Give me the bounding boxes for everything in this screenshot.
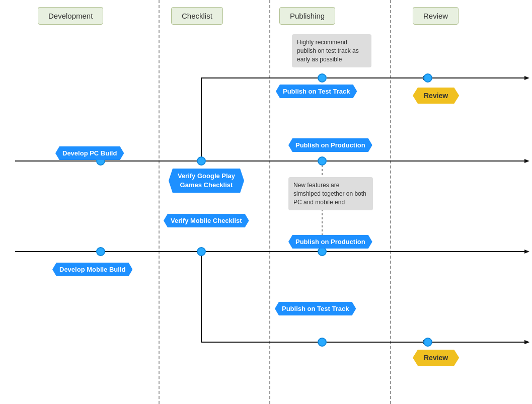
node-10 (423, 338, 432, 347)
node-3 (318, 156, 327, 166)
svg-marker-5 (524, 340, 529, 344)
vline-2 (269, 0, 270, 404)
node-9 (318, 338, 327, 347)
note-recommend: Highly recommend publish on test track a… (292, 34, 371, 67)
review-label-2: Review (413, 350, 459, 366)
node-7 (197, 247, 206, 256)
connectors (0, 0, 532, 404)
task-publish-prod-1: Publish on Production (288, 138, 372, 152)
header-publishing: Publishing (279, 7, 335, 25)
task-verify-mobile: Verify Mobile Checklist (164, 214, 249, 227)
node-5 (318, 73, 327, 83)
svg-marker-3 (524, 250, 529, 254)
task-publish-prod-2: Publish on Production (288, 235, 372, 249)
header-checklist: Checklist (171, 7, 223, 25)
node-6 (96, 247, 105, 256)
vline-1 (159, 0, 160, 404)
vline-3 (390, 0, 391, 404)
svg-marker-1 (524, 159, 529, 163)
header-development: Development (38, 7, 103, 25)
node-4 (423, 73, 432, 83)
task-verify-gp-text: Verify Google Play Games Checklist (178, 172, 235, 189)
node-2 (197, 156, 206, 166)
diagram: Development Checklist Publishing Review … (0, 0, 532, 404)
task-publish-test-1: Publish on Test Track (276, 85, 357, 98)
svg-marker-14 (524, 340, 529, 344)
svg-marker-10 (524, 76, 529, 80)
task-develop-pc: Develop PC Build (55, 146, 124, 160)
header-review: Review (413, 7, 459, 25)
note-simship: New features are simshiped together on b… (288, 177, 373, 210)
task-develop-mobile: Develop Mobile Build (52, 263, 132, 276)
task-publish-test-2: Publish on Test Track (275, 302, 356, 315)
review-label-1: Review (413, 88, 459, 104)
task-verify-gp: Verify Google Play Games Checklist (169, 169, 244, 193)
